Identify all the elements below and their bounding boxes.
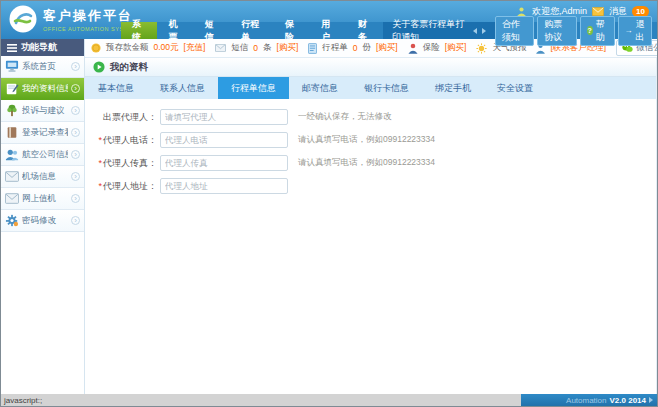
field-label: *代理人地址： bbox=[85, 180, 157, 193]
notice-next-icon[interactable] bbox=[482, 28, 486, 34]
coin-icon bbox=[91, 43, 101, 53]
insurance-buy-link[interactable]: [购买] bbox=[445, 42, 467, 54]
tab-security-settings[interactable]: 安全设置 bbox=[484, 77, 546, 99]
message-envelope-icon bbox=[592, 7, 604, 16]
nav-item-finance[interactable]: 财务 bbox=[347, 22, 383, 39]
chevron-right-icon bbox=[71, 150, 80, 159]
envelope-icon bbox=[5, 171, 19, 182]
help-icon bbox=[587, 26, 593, 35]
itinerary-doc-icon bbox=[308, 43, 317, 54]
itinerary-unit: 份 bbox=[362, 42, 371, 54]
main-nav: 系统 机票 短信 行程单 保险 用户 财务 关于客票行程单打印通知 合作须知 购… bbox=[121, 22, 657, 39]
itinerary-label: 行程单 bbox=[322, 42, 348, 54]
nav-item-insurance[interactable]: 保险 bbox=[274, 22, 310, 39]
itinerary-info-form: 出票代理人： 一经确认保存，无法修改 *代理人电话： 请认真填写电话，例如099… bbox=[85, 99, 656, 396]
required-mark: * bbox=[98, 135, 102, 145]
ticket-agreement-button[interactable]: 购票协议 bbox=[537, 16, 576, 46]
notice-ticker: 关于客票行程单打印通知 bbox=[383, 22, 495, 39]
brand-logo: 客户操作平台 OFFICE AUTOMATION SYSTEM bbox=[8, 4, 137, 34]
field-label: 出票代理人： bbox=[85, 111, 157, 124]
tab-contact-info[interactable]: 联系人信息 bbox=[147, 77, 218, 99]
insurance-person-icon bbox=[408, 43, 418, 54]
sms-buy-link[interactable]: [购买] bbox=[277, 42, 299, 54]
book-icon bbox=[5, 126, 19, 139]
sidebar-header: 功能导航 bbox=[1, 39, 84, 56]
nav-item-users[interactable]: 用户 bbox=[310, 22, 346, 39]
app-version-bar: Automation V2.0 2014 bbox=[521, 394, 657, 406]
sidebar-item-label: 系统首页 bbox=[22, 61, 68, 73]
itinerary-count: 0 bbox=[353, 43, 358, 53]
tab-bank-card-info[interactable]: 银行卡信息 bbox=[351, 77, 422, 99]
status-expand-icon[interactable] bbox=[649, 397, 653, 403]
sidebar-header-label: 功能导航 bbox=[21, 41, 57, 54]
sidebar-item-label: 航空公司信息 bbox=[22, 149, 68, 161]
users-icon bbox=[5, 148, 19, 161]
ticket-agent-label: 出票代理人： bbox=[103, 112, 157, 122]
chevron-right-icon bbox=[71, 62, 80, 71]
profile-tabs: 基本信息 联系人信息 行程单信息 邮寄信息 银行卡信息 绑定手机 安全设置 bbox=[85, 77, 656, 99]
status-link-hint: javascript:; bbox=[1, 394, 521, 406]
agent-phone-input[interactable] bbox=[160, 132, 288, 148]
sidebar-item-airlines[interactable]: 航空公司信息 bbox=[1, 144, 84, 166]
ticket-agent-input[interactable] bbox=[160, 109, 288, 125]
sidebar-item-my-profile[interactable]: 我的资料信息 bbox=[1, 78, 84, 100]
nav-item-tickets[interactable]: 机票 bbox=[157, 22, 193, 39]
agent-phone-hint: 请认真填写电话，例如09912223334 bbox=[298, 134, 435, 146]
brand-logo-icon bbox=[8, 4, 38, 34]
chevron-right-icon bbox=[71, 128, 80, 137]
logout-icon bbox=[625, 26, 633, 35]
chevron-right-icon bbox=[71, 84, 80, 93]
sidebar-item-label: 投诉与建议 bbox=[22, 105, 68, 117]
form-row-agent-phone: *代理人电话： 请认真填写电话，例如09912223334 bbox=[85, 132, 656, 148]
sms-label: 短信 bbox=[231, 42, 248, 54]
tree-icon bbox=[5, 104, 19, 117]
cooperation-notice-label: 合作须知 bbox=[502, 18, 527, 44]
logout-label: 退出 bbox=[636, 18, 645, 44]
sidebar-item-home[interactable]: 系统首页 bbox=[1, 56, 84, 78]
sidebar-item-change-password[interactable]: 密码修改 bbox=[1, 210, 84, 232]
field-label: *代理人传真： bbox=[85, 157, 157, 170]
sidebar-item-label: 网上值机 bbox=[22, 193, 68, 205]
tab-bind-phone[interactable]: 绑定手机 bbox=[422, 77, 484, 99]
logout-button[interactable]: 退出 bbox=[618, 16, 652, 46]
tab-itinerary-info[interactable]: 行程单信息 bbox=[218, 77, 289, 99]
notice-prev-icon[interactable] bbox=[473, 28, 477, 34]
sidebar-item-airport-info[interactable]: 机场信息 bbox=[1, 166, 84, 188]
my-profile-panel: 我的资料 基本信息 联系人信息 行程单信息 邮寄信息 银行卡信息 绑定手机 安全… bbox=[85, 58, 657, 396]
top-header: 客户操作平台 OFFICE AUTOMATION SYSTEM 欢迎您,Admi… bbox=[1, 1, 657, 39]
recharge-link[interactable]: [充值] bbox=[184, 42, 206, 54]
agent-address-input[interactable] bbox=[160, 178, 288, 194]
menu-icon bbox=[7, 44, 17, 52]
nav-item-sms[interactable]: 短信 bbox=[194, 22, 230, 39]
sidebar-filler bbox=[1, 232, 84, 396]
sidebar-item-label: 我的资料信息 bbox=[22, 83, 68, 95]
header-actions: 合作须知 购票协议 帮助 退出 bbox=[495, 22, 657, 39]
sidebar-item-label: 密码修改 bbox=[22, 215, 68, 227]
cooperation-notice-button[interactable]: 合作须知 bbox=[495, 16, 534, 46]
sidebar-item-label: 机场信息 bbox=[22, 171, 68, 183]
itinerary-buy-link[interactable]: [购买] bbox=[376, 42, 398, 54]
help-button[interactable]: 帮助 bbox=[580, 16, 615, 46]
chevron-right-icon bbox=[71, 172, 80, 181]
sidebar-item-login-records[interactable]: 登录记录查看 bbox=[1, 122, 84, 144]
gear-icon bbox=[5, 214, 19, 227]
main-area: 预存款金额 0.00元 [充值] 短信 0 条 [购买] 行程单 0 份 bbox=[85, 39, 657, 396]
sms-unit: 条 bbox=[263, 42, 272, 54]
chevron-right-icon bbox=[71, 106, 80, 115]
sidebar-item-complaints[interactable]: 投诉与建议 bbox=[1, 100, 84, 122]
panel-title: 我的资料 bbox=[110, 61, 148, 74]
status-app-name: Automation bbox=[566, 396, 606, 405]
nav-item-system[interactable]: 系统 bbox=[121, 22, 157, 39]
agent-fax-input[interactable] bbox=[160, 155, 288, 171]
customer-operation-platform: 客户操作平台 OFFICE AUTOMATION SYSTEM 欢迎您,Admi… bbox=[0, 0, 658, 407]
status-version: V2.0 2014 bbox=[610, 396, 646, 405]
edit-pencil-icon bbox=[5, 82, 19, 95]
sidebar-item-online-checkin[interactable]: 网上值机 bbox=[1, 188, 84, 210]
tab-basic-info[interactable]: 基本信息 bbox=[85, 77, 147, 99]
notice-text[interactable]: 关于客票行程单打印通知 bbox=[392, 18, 468, 44]
green-play-icon bbox=[93, 61, 105, 73]
nav-item-itinerary[interactable]: 行程单 bbox=[230, 22, 274, 39]
field-label: *代理人电话： bbox=[85, 134, 157, 147]
tab-mailing-info[interactable]: 邮寄信息 bbox=[289, 77, 351, 99]
chevron-right-icon bbox=[71, 194, 80, 203]
